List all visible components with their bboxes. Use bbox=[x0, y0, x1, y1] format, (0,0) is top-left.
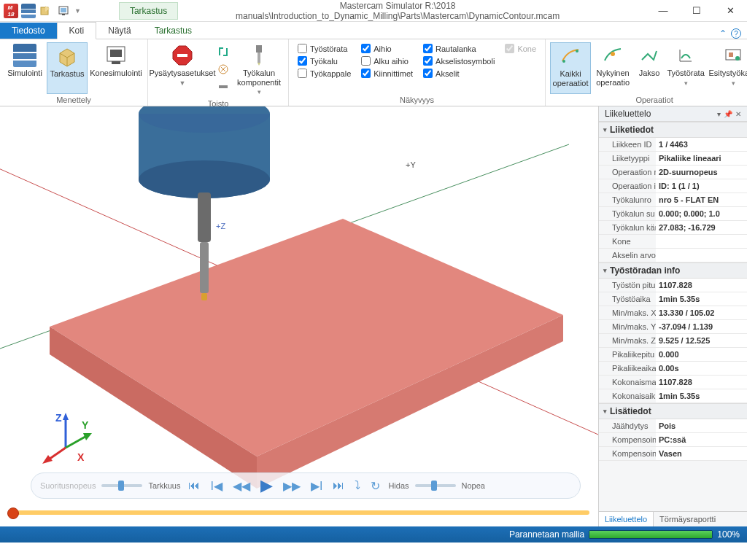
chk-alku-aihio[interactable]: Alku aihio bbox=[361, 56, 413, 66]
rewind-icon[interactable]: ◀◀ bbox=[231, 479, 252, 493]
close-button[interactable]: ✕ bbox=[713, 0, 747, 22]
step-fwd-icon[interactable]: ▶I bbox=[309, 479, 325, 493]
fastfwd-icon[interactable]: ▶▶ bbox=[281, 479, 303, 493]
prop-row: Pikaliikepitu0.000 bbox=[599, 348, 747, 362]
svg-marker-22 bbox=[50, 219, 563, 456]
prop-row: Työstöaika1min 5.35s bbox=[599, 292, 747, 306]
toisto-small-2[interactable] bbox=[215, 61, 231, 77]
esitystyokalut-button[interactable]: Esitystyökalut ▾ bbox=[708, 42, 747, 94]
app-logo-icon[interactable]: M18 bbox=[3, 3, 19, 19]
panel-dropdown-icon[interactable]: ▾ bbox=[717, 110, 721, 118]
progress-bar bbox=[589, 530, 713, 539]
step-back-icon[interactable]: I◀ bbox=[208, 479, 224, 493]
box-icon bbox=[55, 44, 79, 68]
main-area: +Y +Z Z Y X Suoritusnopeus Tarkkuus ⏮ I◀ bbox=[0, 106, 747, 526]
chk-kiinnittimet[interactable]: Kiinnittimet bbox=[361, 69, 413, 78]
group-operaatiot: Kaikki operaatiot Nykyinen operaatio Jak… bbox=[546, 39, 747, 106]
minimize-button[interactable]: — bbox=[646, 0, 680, 22]
prop-row: Operaation n2D-suurnopeus bbox=[599, 166, 747, 179]
view-triad[interactable]: Z Y X bbox=[41, 413, 92, 464]
speed-slider[interactable] bbox=[101, 484, 142, 487]
prop-row: Min/maks. X13.330 / 105.02 bbox=[599, 306, 747, 320]
svg-text:Y: Y bbox=[82, 419, 89, 431]
progress-percent: 100% bbox=[717, 529, 740, 540]
maximize-button[interactable]: ☐ bbox=[680, 0, 713, 22]
group-nakyvyys: Työstörata Työkalu Työkappale Aihio Alku… bbox=[289, 39, 546, 106]
svg-point-16 bbox=[611, 52, 615, 56]
svg-marker-13 bbox=[258, 63, 260, 66]
present-tools-icon bbox=[721, 44, 745, 67]
section-lisatiedot[interactable]: Lisätiedot bbox=[599, 403, 747, 419]
prop-row: Operaation iID: 1 (1 / 1) bbox=[599, 179, 747, 193]
simulointi-button[interactable]: Simulointi bbox=[4, 42, 45, 94]
tyostorata-op-button[interactable]: Työstörata ▾ bbox=[665, 42, 706, 94]
ribbon-tab-strip: Tiedosto Koti Näytä Tarkastus ⌃ ? bbox=[0, 22, 747, 39]
konesimulointi-button[interactable]: Konesimulointi bbox=[89, 42, 143, 94]
playback-speed-slider[interactable] bbox=[415, 484, 456, 487]
pysaytysasetukset-button[interactable]: Pysäytysasetukset ▼ bbox=[152, 42, 212, 98]
nykyinen-operaatio-button[interactable]: Nykyinen operaatio bbox=[592, 42, 633, 94]
qat-button[interactable] bbox=[38, 3, 54, 19]
prop-row: Kokonaisaik1min 5.35s bbox=[599, 389, 747, 403]
panel-close-icon[interactable]: ✕ bbox=[735, 110, 741, 118]
play-icon[interactable]: ▶ bbox=[258, 476, 275, 495]
chk-akselistosymboli[interactable]: Akselistosymboli bbox=[423, 56, 495, 66]
simulate-icon[interactable] bbox=[20, 3, 36, 19]
svg-rect-3 bbox=[62, 14, 65, 15]
viewport-3d[interactable]: +Y +Z Z Y X Suoritusnopeus Tarkkuus ⏮ I◀ bbox=[0, 106, 598, 526]
tab-file[interactable]: Tiedosto bbox=[0, 23, 57, 39]
chk-rautalanka[interactable]: Rautalanka bbox=[423, 44, 495, 53]
timeline[interactable] bbox=[9, 510, 589, 515]
chk-kone: Kone bbox=[505, 44, 536, 53]
pb-label-speed: Suoritusnopeus bbox=[40, 481, 96, 490]
marker-icon[interactable]: ⤵ bbox=[352, 479, 363, 492]
collapse-ribbon-icon[interactable]: ⌃ bbox=[719, 28, 727, 39]
help-icon[interactable]: ? bbox=[731, 28, 741, 39]
panel-title: Liikeluettelo ▾ 📌 ✕ bbox=[599, 106, 747, 122]
axis-z-label: +Z bbox=[216, 222, 225, 230]
svg-rect-28 bbox=[198, 192, 211, 242]
prop-row: LiiketyyppiPikaliike lineaari bbox=[599, 152, 747, 166]
tab-context[interactable]: Tarkastus bbox=[143, 23, 204, 39]
tarkastus-button[interactable]: Tarkastus bbox=[47, 42, 88, 94]
prop-row: Pikaliikeaika0.00s bbox=[599, 362, 747, 376]
chk-akselit[interactable]: Akselit bbox=[423, 69, 495, 78]
panel-tab-liikeluettelo[interactable]: Liikeluettelo bbox=[599, 512, 654, 526]
panel-pin-icon[interactable]: 📌 bbox=[724, 110, 732, 118]
toisto-small-3[interactable] bbox=[215, 79, 231, 95]
chk-tyokalu[interactable]: Työkalu bbox=[298, 56, 351, 66]
chk-tyokappale[interactable]: Työkappale bbox=[298, 69, 351, 78]
svg-rect-18 bbox=[729, 52, 733, 57]
panel-tabs: Liikeluettelo Törmäysraportti bbox=[599, 511, 747, 526]
prop-row: KompensoinPC:ssä bbox=[599, 433, 747, 447]
tyokalun-komponentit-button[interactable]: Työkalun komponentit ▾ bbox=[234, 42, 284, 98]
pb-label-slow: Hidas bbox=[388, 481, 409, 490]
stop-sign-icon bbox=[171, 44, 194, 67]
skip-end-icon[interactable]: ⏭ bbox=[330, 479, 347, 492]
svg-rect-29 bbox=[200, 242, 209, 293]
panel-body: Liiketiedot Liikkeen ID1 / 4463 Liiketyy… bbox=[599, 122, 747, 511]
loop-icon[interactable]: ↻ bbox=[368, 479, 382, 493]
toisto-small-1[interactable] bbox=[215, 44, 231, 60]
window-controls: — ☐ ✕ bbox=[646, 0, 747, 22]
section-tyostoradan-info[interactable]: Työstöradan info bbox=[599, 262, 747, 279]
svg-rect-8 bbox=[177, 54, 187, 57]
segment-icon bbox=[638, 44, 661, 67]
panel-tab-tormaysraportti[interactable]: Törmäysraportti bbox=[654, 512, 721, 526]
svg-marker-32 bbox=[63, 413, 69, 420]
all-ops-icon bbox=[559, 44, 582, 68]
prop-row: JäähdytysPois bbox=[599, 419, 747, 433]
jakso-button[interactable]: Jakso bbox=[635, 42, 664, 94]
qat-button-2[interactable] bbox=[55, 3, 71, 19]
kaikki-operaatiot-button[interactable]: Kaikki operaatiot bbox=[550, 42, 591, 94]
window-title: Mastercam Simulator R:\2018 manuals\Intr… bbox=[178, 1, 646, 21]
skip-start-icon[interactable]: ⏮ bbox=[186, 479, 202, 492]
prop-row: Akselin arvo bbox=[599, 249, 747, 262]
section-liiketiedot[interactable]: Liiketiedot bbox=[599, 122, 747, 138]
svg-rect-5 bbox=[110, 50, 122, 57]
tab-home[interactable]: Koti bbox=[57, 22, 97, 39]
chk-aihio[interactable]: Aihio bbox=[361, 44, 413, 53]
properties-panel: Liikeluettelo ▾ 📌 ✕ Liiketiedot Liikkeen… bbox=[598, 106, 747, 526]
chk-tyostorata[interactable]: Työstörata bbox=[298, 44, 351, 53]
tab-view[interactable]: Näytä bbox=[96, 23, 142, 39]
